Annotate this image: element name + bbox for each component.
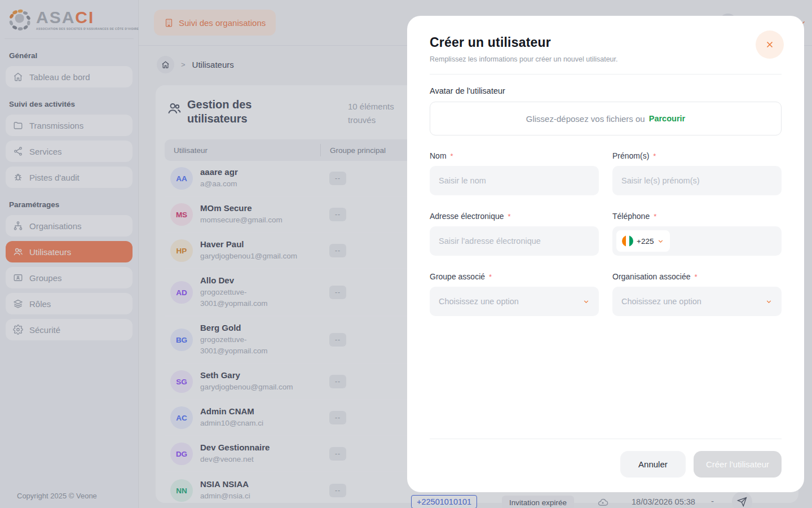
- cancel-button[interactable]: Annuler: [620, 451, 686, 478]
- nom-input[interactable]: [430, 166, 599, 195]
- cote-divoire-flag-icon: [622, 235, 633, 247]
- modal-header: Créer un utilisateur Remplissez les info…: [430, 35, 782, 63]
- create-user-button[interactable]: Créer l'utilisateur: [694, 451, 782, 478]
- chevron-down-icon: [765, 298, 773, 305]
- browse-link[interactable]: Parcourir: [649, 114, 685, 123]
- field-groupe: Groupe associé* Choisissez une option: [430, 271, 599, 316]
- select-placeholder: Choisissez une option: [439, 297, 519, 306]
- close-icon: [765, 40, 775, 50]
- phone-input[interactable]: +225: [612, 226, 782, 256]
- required-mark: *: [508, 212, 511, 221]
- organisation-select[interactable]: Choisissez une option: [612, 287, 782, 316]
- field-label: Organisation associée: [612, 272, 691, 281]
- field-label: Téléphone: [612, 212, 650, 221]
- form-grid: Nom* Prénom(s)* Adresse électronique* Té…: [430, 151, 782, 316]
- dropzone-text: Glissez-déposez vos fichiers ou: [526, 114, 645, 124]
- required-mark: *: [654, 212, 656, 221]
- field-nom: Nom*: [430, 151, 599, 195]
- app-root: ASACI ASSOCIATION DES SOCIETES D'ASSURAN…: [0, 0, 812, 508]
- field-organisation: Organisation associée* Choisissez une op…: [612, 271, 782, 316]
- required-mark: *: [653, 152, 656, 160]
- field-label: Prénom(s): [612, 151, 649, 160]
- select-placeholder: Choisissez une option: [621, 297, 701, 306]
- modal-divider: [430, 74, 782, 75]
- required-mark: *: [489, 273, 492, 281]
- chevron-down-icon: [657, 238, 664, 245]
- dial-code-select[interactable]: +225: [616, 230, 670, 252]
- avatar-section-label: Avatar de l'utilisateur: [430, 86, 782, 95]
- dial-code: +225: [637, 237, 654, 246]
- modal-title: Créer un utilisateur: [430, 35, 782, 50]
- footer-divider: [430, 439, 782, 439]
- avatar-dropzone[interactable]: Glissez-déposez vos fichiers ou Parcouri…: [430, 102, 782, 135]
- field-phone: Téléphone* +225: [612, 211, 782, 256]
- required-mark: *: [695, 273, 698, 281]
- close-button[interactable]: [756, 30, 784, 59]
- field-email: Adresse électronique*: [430, 211, 599, 256]
- chevron-down-icon: [582, 298, 590, 305]
- groupe-select[interactable]: Choisissez une option: [430, 287, 599, 316]
- field-prenom: Prénom(s)*: [612, 151, 782, 195]
- email-input[interactable]: [430, 226, 599, 256]
- field-label: Nom: [430, 151, 447, 160]
- modal-subtitle: Remplissez les informations pour créer u…: [430, 55, 782, 63]
- required-mark: *: [451, 152, 453, 160]
- modal-footer: Annuler Créer l'utilisateur: [430, 451, 782, 478]
- field-label: Groupe associé: [430, 272, 485, 281]
- create-user-modal: Créer un utilisateur Remplissez les info…: [407, 16, 804, 492]
- prenom-input[interactable]: [612, 166, 782, 195]
- field-label: Adresse électronique: [430, 212, 504, 221]
